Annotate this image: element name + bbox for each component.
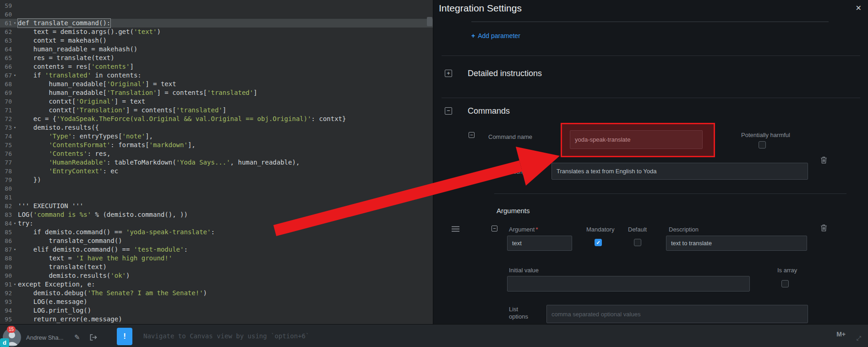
code-line: 90 demisto.results('ok')	[0, 271, 433, 280]
mandatory-checkbox[interactable]: ✓	[595, 239, 602, 246]
code-text: human_readable['Translation'] = contents…	[18, 88, 257, 97]
fold-marker-icon	[12, 80, 18, 88]
line-number: 74	[0, 132, 12, 141]
section-detailed-instructions[interactable]: Detailed instructions	[468, 69, 542, 78]
drag-handle-icon[interactable]	[452, 226, 459, 234]
cli-input[interactable]: Navigate to Canvas view by using `option…	[143, 332, 693, 340]
fold-marker-icon	[12, 106, 18, 115]
command-description-input[interactable]	[551, 163, 808, 180]
code-line: 66 contents = res['contents']	[0, 62, 433, 71]
code-line: 92 demisto.debug('The Senate? I am the S…	[0, 289, 433, 297]
argument-description-input[interactable]	[666, 236, 807, 251]
delete-argument-icon[interactable]	[820, 224, 827, 233]
code-text: translate_command()	[18, 237, 122, 245]
fold-marker-icon[interactable]: ▾	[12, 280, 18, 289]
code-text: elif demisto.command() == 'test-module':	[18, 245, 188, 254]
fold-marker-icon	[12, 28, 18, 36]
fold-marker-icon	[12, 306, 18, 315]
collapse-argument-icon[interactable]: −	[491, 226, 497, 231]
section-commands[interactable]: Commands	[468, 106, 510, 116]
fold-marker-icon[interactable]: ▾	[12, 71, 18, 80]
code-line: 89 translate(text)	[0, 263, 433, 271]
line-number: 78	[0, 167, 12, 176]
is-array-label: Is array	[777, 267, 797, 274]
line-number: 84	[0, 219, 12, 228]
code-line: 84▾try:	[0, 219, 433, 228]
line-number: 65	[0, 54, 12, 62]
fold-marker-icon[interactable]: ▾	[12, 245, 18, 254]
line-number: 82	[0, 202, 12, 210]
fold-marker-icon	[12, 228, 18, 237]
user-name[interactable]: Andrew Sha...	[26, 334, 64, 341]
code-text: try:	[18, 219, 33, 228]
is-array-checkbox[interactable]	[781, 280, 789, 287]
line-number: 77	[0, 158, 12, 167]
code-text: text = 'I have the high ground!'	[18, 254, 172, 263]
export-icon[interactable]	[90, 334, 98, 342]
line-number: 68	[0, 80, 12, 88]
fold-marker-icon	[12, 297, 18, 306]
fold-marker-icon	[12, 88, 18, 97]
code-text: if demisto.command() == 'yoda-speak-tran…	[18, 228, 215, 237]
markdown-icon[interactable]: M+	[836, 330, 846, 338]
code-line: 78 'EntryContext': ec	[0, 167, 433, 176]
edit-pencil-icon[interactable]: ✎	[74, 333, 80, 341]
code-line: 86 translate_command()	[0, 237, 433, 245]
code-text: demisto.results('ok')	[18, 271, 130, 280]
line-number: 75	[0, 141, 12, 149]
expand-section-icon[interactable]: +	[445, 70, 452, 77]
initial-value-input[interactable]	[507, 276, 750, 292]
potentially-harmful-checkbox[interactable]	[759, 141, 766, 149]
fold-marker-icon	[12, 176, 18, 184]
line-number: 79	[0, 176, 12, 184]
editor-scrollbar-thumb[interactable]	[427, 17, 432, 26]
argument-name-input[interactable]	[507, 236, 572, 251]
code-line: 85 if demisto.command() == 'yoda-speak-t…	[0, 228, 433, 237]
line-number: 64	[0, 45, 12, 54]
mandatory-label: Mandatory	[586, 226, 614, 233]
fold-marker-icon	[12, 149, 18, 158]
fold-marker-icon	[12, 167, 18, 176]
fold-marker-icon[interactable]: ▾	[12, 123, 18, 132]
argument-label: Argument*	[509, 226, 538, 233]
warning-button[interactable]: !	[117, 328, 132, 345]
default-checkbox[interactable]	[634, 239, 641, 246]
code-line: 59	[0, 1, 433, 10]
code-text: 'ContentsFormat': formats['markdown'],	[18, 141, 196, 149]
fold-marker-icon	[12, 202, 18, 210]
line-number: 70	[0, 97, 12, 106]
code-text: if 'translated' in contents:	[18, 71, 142, 80]
add-parameter-button[interactable]: +Add parameter	[471, 32, 520, 39]
fold-marker-icon[interactable]: ▾	[12, 219, 18, 228]
command-description-label: Description	[506, 168, 535, 175]
truncated-field-border	[471, 8, 829, 22]
line-number: 94	[0, 306, 12, 315]
line-number: 62	[0, 28, 12, 36]
command-name-input[interactable]	[570, 130, 703, 149]
list-options-input[interactable]	[546, 305, 808, 323]
code-text: contxt = makehash()	[18, 36, 107, 45]
collapse-command-icon[interactable]: −	[469, 132, 475, 138]
fold-marker-icon	[12, 54, 18, 62]
delete-command-icon[interactable]	[820, 156, 827, 165]
divider	[442, 98, 860, 98]
code-line: 76 'Contents': res,	[0, 149, 433, 158]
fold-marker-icon	[12, 10, 18, 19]
collapse-section-icon[interactable]: −	[445, 107, 452, 115]
fold-marker-icon	[12, 184, 18, 193]
close-icon[interactable]: ✕	[856, 4, 862, 12]
expand-icon[interactable]: ⤢	[857, 335, 861, 342]
fold-marker-icon	[12, 193, 18, 202]
fold-marker-icon	[12, 36, 18, 45]
code-text: text = demisto.args().get('text')	[18, 28, 161, 36]
code-line: 73▾ demisto.results({	[0, 123, 433, 132]
code-editor[interactable]: 596061▾def translate_command():62 text =…	[0, 0, 433, 324]
line-number: 86	[0, 237, 12, 245]
code-line: 70 contxt['Original'] = text	[0, 97, 433, 106]
divider	[442, 55, 860, 56]
code-line: 64 human_readable = makehash()	[0, 45, 433, 54]
fold-marker-icon[interactable]: ▾	[12, 19, 18, 28]
line-number: 60	[0, 10, 12, 19]
fold-marker-icon	[12, 158, 18, 167]
line-number: 63	[0, 36, 12, 45]
